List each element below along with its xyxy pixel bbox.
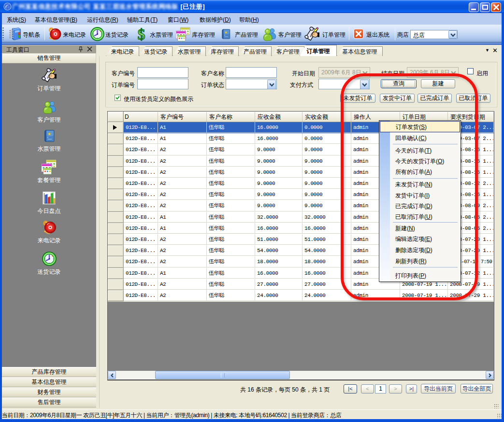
svg-text:$: $: [138, 27, 145, 42]
